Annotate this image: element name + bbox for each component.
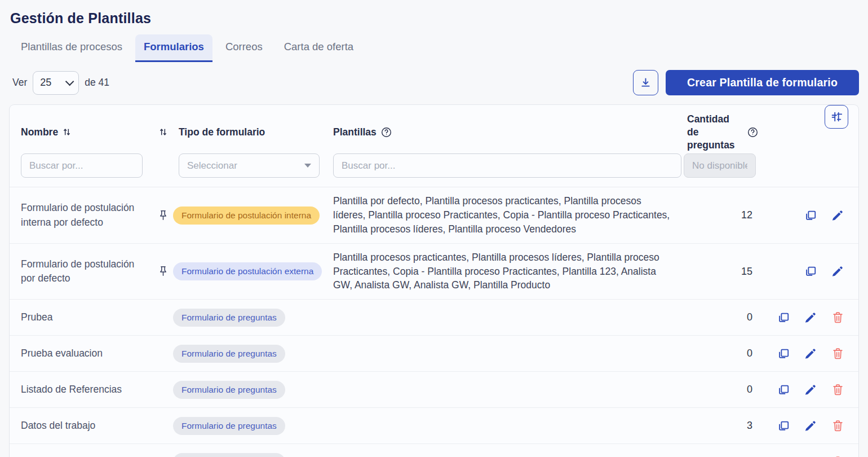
table-row: Listado de Referencias Formulario de pre… bbox=[10, 372, 858, 408]
help-circle-icon[interactable] bbox=[747, 127, 758, 138]
tab-correos[interactable]: Correos bbox=[217, 34, 271, 62]
edit-button[interactable] bbox=[804, 384, 817, 396]
row-name: Formulario de postulación interna por de… bbox=[15, 193, 153, 238]
tabbar: Plantillas de procesos Formularios Corre… bbox=[9, 34, 859, 62]
copy-icon bbox=[777, 420, 790, 432]
copy-icon bbox=[777, 311, 790, 324]
trash-icon bbox=[832, 420, 844, 432]
chevron-down-icon bbox=[65, 77, 74, 86]
table-row: Datos del trabajo Formulario de pregunta… bbox=[10, 408, 858, 444]
questions-filter-input-disabled bbox=[684, 153, 756, 178]
duplicate-button[interactable] bbox=[804, 265, 817, 278]
duplicate-button[interactable] bbox=[804, 209, 817, 222]
row-name: Formulario de postulación por defecto bbox=[15, 249, 153, 294]
row-name: Prueba evaluacion bbox=[15, 339, 153, 368]
edit-button[interactable] bbox=[804, 311, 817, 324]
row-questions-count: 0 bbox=[681, 348, 758, 359]
row-questions-count: 15 bbox=[681, 266, 758, 278]
create-form-template-button[interactable]: Crear Plantilla de formulario bbox=[666, 70, 859, 95]
row-templates bbox=[327, 383, 681, 397]
column-header-questions: Cantidad de preguntas bbox=[681, 113, 758, 151]
type-badge: Formulario de preguntas bbox=[173, 381, 285, 399]
sort-arrows-icon[interactable] bbox=[63, 128, 71, 137]
forms-table: Nombre Tipo de formulario bbox=[9, 104, 859, 457]
delete-button[interactable] bbox=[831, 311, 844, 324]
column-settings-button[interactable] bbox=[825, 105, 848, 129]
edit-pencil-icon bbox=[804, 311, 817, 324]
name-filter-input[interactable] bbox=[21, 153, 143, 178]
row-name: Prueba bbox=[15, 447, 153, 457]
row-templates bbox=[327, 419, 681, 433]
table-row: Formulario de postulación interna por de… bbox=[10, 187, 858, 244]
edit-pencil-icon bbox=[804, 420, 817, 432]
trash-icon bbox=[832, 311, 844, 324]
row-questions-count: 12 bbox=[681, 209, 758, 221]
table-row: Prueba Formulario de preguntas 0 bbox=[10, 444, 858, 457]
pin-icon[interactable] bbox=[158, 266, 168, 277]
pin-icon[interactable] bbox=[158, 210, 168, 221]
column-settings-icon bbox=[830, 111, 843, 123]
tab-carta-de-oferta[interactable]: Carta de oferta bbox=[276, 34, 362, 62]
edit-button[interactable] bbox=[831, 265, 844, 278]
row-templates bbox=[327, 311, 681, 324]
delete-button[interactable] bbox=[831, 384, 844, 396]
page-size-select[interactable]: 25 bbox=[33, 71, 79, 95]
trash-icon bbox=[832, 384, 844, 396]
edit-pencil-icon bbox=[804, 384, 817, 396]
duplicate-button[interactable] bbox=[777, 384, 790, 396]
tab-formularios[interactable]: Formularios bbox=[135, 34, 212, 62]
total-count-label: de 41 bbox=[85, 77, 109, 89]
table-row: Prueba evaluacion Formulario de pregunta… bbox=[10, 336, 858, 372]
table-header: Nombre Tipo de formulario bbox=[10, 105, 858, 187]
row-templates: Plantilla procesos practicantes, Plantil… bbox=[327, 244, 681, 300]
download-button[interactable] bbox=[633, 70, 658, 95]
delete-button[interactable] bbox=[831, 420, 844, 432]
page-title: Gestión de Plantillas bbox=[9, 8, 859, 34]
type-badge: Formulario de preguntas bbox=[173, 417, 285, 435]
copy-icon bbox=[804, 209, 817, 222]
copy-icon bbox=[804, 265, 817, 278]
duplicate-button[interactable] bbox=[777, 311, 790, 324]
trash-icon bbox=[832, 348, 844, 360]
type-badge: Formulario de postulación interna bbox=[173, 206, 320, 225]
type-filter-select[interactable]: Seleccionar bbox=[179, 153, 320, 178]
templates-filter-input[interactable] bbox=[333, 153, 681, 178]
table-body: Formulario de postulación interna por de… bbox=[10, 187, 858, 457]
tab-plantillas-de-procesos[interactable]: Plantillas de procesos bbox=[12, 34, 131, 62]
edit-button[interactable] bbox=[831, 209, 844, 222]
duplicate-button[interactable] bbox=[777, 420, 790, 432]
duplicate-button[interactable] bbox=[777, 348, 790, 360]
type-filter-placeholder: Seleccionar bbox=[187, 160, 237, 172]
type-badge: Formulario de postulación externa bbox=[173, 262, 322, 280]
copy-icon bbox=[777, 384, 790, 396]
column-header-name[interactable]: Nombre bbox=[15, 126, 153, 138]
delete-button[interactable] bbox=[831, 348, 844, 360]
help-circle-icon[interactable] bbox=[381, 127, 392, 138]
download-icon bbox=[640, 77, 652, 89]
row-templates bbox=[327, 347, 681, 361]
row-name: Prubea bbox=[15, 302, 153, 332]
caret-down-icon bbox=[304, 164, 311, 168]
type-badge: Formulario de preguntas bbox=[173, 453, 285, 457]
filter-row: Seleccionar bbox=[10, 153, 858, 178]
table-row: Prubea Formulario de preguntas 0 bbox=[10, 300, 858, 336]
copy-icon bbox=[777, 348, 790, 360]
column-header-templates: Plantillas bbox=[327, 126, 681, 138]
type-badge: Formulario de preguntas bbox=[173, 345, 285, 363]
edit-pencil-icon bbox=[831, 265, 844, 278]
ver-label: Ver bbox=[12, 77, 27, 89]
edit-button[interactable] bbox=[804, 420, 817, 432]
page-size-value: 25 bbox=[40, 77, 51, 89]
row-templates: Plantilla por defecto, Plantilla proceso… bbox=[327, 187, 681, 243]
edit-button[interactable] bbox=[804, 348, 817, 360]
row-name: Datos del trabajo bbox=[15, 411, 153, 441]
edit-pencil-icon bbox=[831, 209, 844, 222]
row-questions-count: 0 bbox=[681, 384, 758, 396]
type-badge: Formulario de preguntas bbox=[173, 309, 285, 327]
row-questions-count: 0 bbox=[681, 311, 758, 323]
row-name: Listado de Referencias bbox=[15, 375, 153, 405]
sort-arrows-icon[interactable] bbox=[159, 128, 167, 137]
template-management-page: Gestión de Plantillas Plantillas de proc… bbox=[0, 0, 868, 457]
column-header-pinned[interactable] bbox=[153, 128, 173, 137]
column-header-type: Tipo de formulario bbox=[173, 126, 327, 138]
